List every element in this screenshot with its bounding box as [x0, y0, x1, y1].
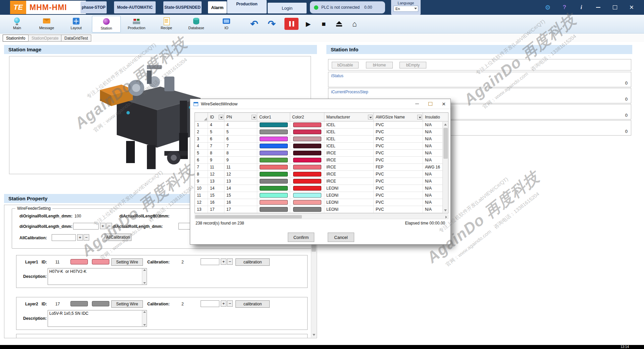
tab-stationinfo[interactable]: StationInfo — [3, 35, 29, 42]
allcalibration-input[interactable] — [52, 234, 76, 241]
dialog-titlebar[interactable]: WireSelectWindow — [190, 99, 450, 109]
settings-icon[interactable] — [541, 0, 555, 15]
dialog-close-button[interactable] — [437, 99, 450, 109]
toolbar-label: Database — [182, 26, 211, 30]
calibration-input[interactable] — [201, 258, 219, 265]
column-header-manufacturer[interactable]: Manufacturer — [324, 113, 374, 121]
toolbar-item-layout[interactable]: Layout — [62, 16, 91, 33]
confirm-button[interactable]: Confirm — [288, 233, 314, 242]
description-textarea[interactable]: Lo5V-R 1x0,5 SN IDC — [48, 310, 147, 327]
stop-button[interactable] — [317, 18, 331, 30]
te-logo: TE — [10, 1, 26, 14]
id-cell: 16 — [208, 199, 224, 206]
pn-cell: 12 — [224, 171, 257, 178]
increment-button[interactable]: + — [77, 234, 83, 241]
filter-dropdown-icon[interactable] — [417, 115, 422, 119]
setting-wire-button[interactable]: Setting Wire — [111, 258, 143, 266]
mail-icon — [43, 17, 51, 25]
toolbar-item-io[interactable]: IO — [212, 16, 241, 33]
login-button[interactable]: Login — [268, 3, 307, 13]
help-icon[interactable] — [557, 0, 572, 15]
decrement-button[interactable]: − — [227, 258, 233, 265]
table-row[interactable]: 5 8 8 IRCE PVC N/A — [195, 150, 448, 157]
increment-button[interactable]: + — [221, 300, 226, 307]
bempty-button[interactable]: bEmpty — [399, 62, 426, 68]
grid-vertical-scrollbar[interactable] — [442, 122, 448, 213]
textarea-scrollbar[interactable] — [142, 268, 146, 285]
info-icon[interactable] — [574, 0, 588, 15]
color2-cell — [290, 150, 324, 156]
filter-dropdown-icon[interactable] — [252, 115, 256, 119]
column-header-awgsize[interactable]: AWGSize Name — [374, 113, 423, 121]
color2-cell — [290, 143, 324, 149]
close-button[interactable] — [625, 0, 639, 15]
decrement-button[interactable]: − — [84, 234, 89, 241]
textarea-scrollbar[interactable] — [142, 310, 146, 327]
maximize-button[interactable] — [608, 0, 622, 15]
filter-dropdown-icon[interactable] — [368, 115, 373, 119]
column-header-color2[interactable]: Color2 — [290, 113, 324, 121]
column-header-insulation[interactable]: Insulatio — [423, 113, 443, 121]
mode-status-button[interactable]: Mode-AUTOMATIC — [114, 1, 156, 13]
table-row[interactable]: 2 5 5 ICEL PVC N/A — [195, 129, 448, 136]
column-header-id[interactable]: ID — [208, 113, 224, 121]
bhome-button[interactable]: bHome — [366, 62, 393, 68]
roll-length-input-label: diOriginalRollLength_dmm: — [19, 224, 72, 229]
color1-cell — [257, 206, 290, 213]
redo-button[interactable] — [265, 17, 278, 30]
state-status-button[interactable]: State-SUSPENDED — [163, 1, 202, 13]
table-row[interactable]: 11 15 15 LEONI PVC N/A — [195, 192, 448, 199]
table-row[interactable]: 8 12 12 IRCE PVC N/A — [195, 171, 448, 178]
calibration-button[interactable]: calibration — [235, 258, 270, 266]
table-row[interactable]: 4 7 7 ICEL PVC N/A — [195, 143, 448, 150]
roll-length-input[interactable] — [73, 223, 99, 230]
table-row[interactable]: 7 11 11 IRCE FEP AWG 16 — [195, 164, 448, 171]
home-button[interactable] — [347, 18, 362, 30]
toolbar-item-recipe[interactable]: Recipe — [152, 16, 181, 33]
table-row[interactable]: 9 13 13 IRCE PVC N/A — [195, 178, 448, 185]
layer-id-label: ID: — [42, 260, 47, 264]
decrement-button[interactable]: − — [227, 300, 233, 307]
table-row[interactable]: 6 9 9 IRCE PVC N/A — [195, 157, 448, 164]
toolbar-item-production[interactable]: Production — [122, 16, 151, 33]
minimize-button[interactable] — [591, 0, 605, 15]
toolbar-item-message[interactable]: Message — [32, 16, 61, 33]
language-dropdown[interactable]: En — [393, 6, 418, 12]
dialog-minimize-button[interactable] — [410, 99, 424, 109]
calibration-button[interactable]: calibration — [235, 300, 270, 308]
undo-button[interactable] — [248, 17, 261, 30]
decrement-button[interactable]: − — [106, 223, 112, 229]
column-header-color1[interactable]: Color1 — [257, 113, 290, 121]
description-textarea[interactable]: H07V-K or H07V2-K — [48, 268, 147, 285]
toolbar-item-database[interactable]: Database — [182, 16, 211, 33]
grid-horizontal-scrollbar[interactable] — [195, 214, 448, 219]
increment-button[interactable]: + — [100, 223, 106, 229]
dialog-maximize-button[interactable] — [424, 99, 437, 109]
cancel-button[interactable]: Cancel — [328, 233, 354, 242]
toolbar-item-station[interactable]: Station — [92, 16, 121, 33]
play-button[interactable] — [301, 18, 315, 30]
table-row[interactable]: 12 16 16 LEONI PVC N/A — [195, 199, 448, 206]
pause-button[interactable] — [284, 18, 299, 30]
corner-header-cell[interactable] — [195, 113, 208, 121]
color1-swatch — [260, 137, 288, 141]
phase-status-button[interactable]: phase-STOP — [80, 1, 107, 13]
table-row[interactable]: 1 4 4 ICEL PVC N/A — [195, 121, 448, 129]
table-row[interactable]: 13 17 17 LEONI PVC N/A — [195, 206, 448, 213]
increment-button[interactable]: + — [221, 258, 226, 265]
production-tile[interactable]: Production — [227, 0, 267, 13]
bdisable-button[interactable]: bDisable — [332, 62, 359, 68]
tab-datagridtest[interactable]: DataGridTest — [61, 35, 91, 42]
setting-wire-button[interactable]: Setting Wire — [111, 300, 143, 308]
toolbar-item-main[interactable]: Main — [3, 16, 32, 33]
manufacturer-cell: LEONI — [324, 185, 374, 192]
filter-dropdown-icon[interactable] — [219, 115, 223, 119]
allcalibration-button[interactable]: AllCalibration — [105, 234, 131, 241]
alarm-button[interactable]: Alarm — [208, 1, 227, 13]
table-row[interactable]: 3 6 6 ICEL PVC N/A — [195, 136, 448, 143]
table-row[interactable]: 10 14 14 LEONI PVC N/A — [195, 185, 448, 192]
column-header-pn[interactable]: PN — [224, 113, 257, 121]
tab-stationoperate[interactable]: StationOperate — [28, 35, 62, 42]
eject-button[interactable] — [332, 18, 346, 30]
calibration-input[interactable] — [201, 300, 219, 307]
